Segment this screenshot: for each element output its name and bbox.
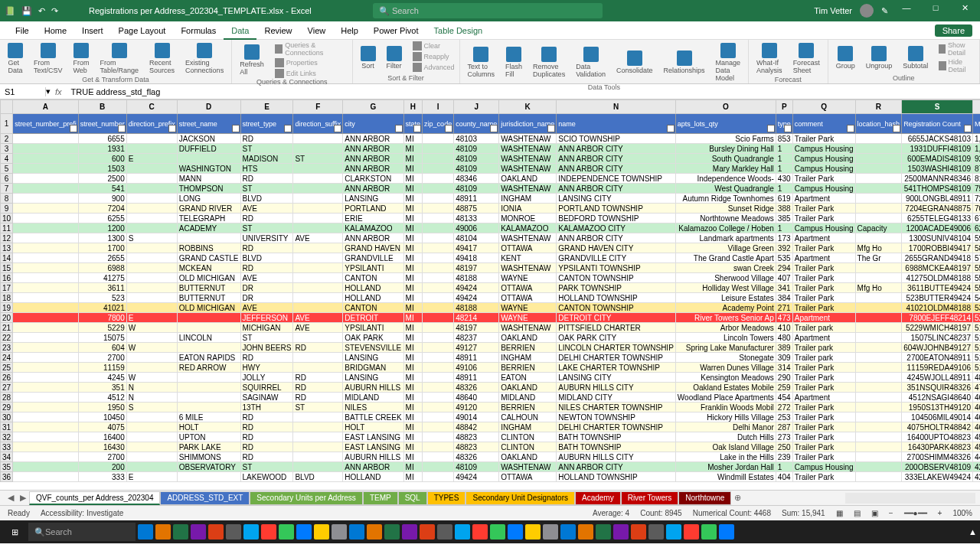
cell[interactable]: 48911 [454,194,499,204]
cell[interactable]: Franklin Woods Mobil [675,403,776,412]
cell[interactable]: Leisure Estates [675,293,776,303]
cell[interactable]: RD [240,422,293,432]
cell[interactable] [13,393,79,403]
cell[interactable]: MI [403,164,423,174]
cell[interactable] [13,363,79,373]
cell[interactable]: 420 [972,472,980,482]
table-header[interactable]: state [403,114,423,134]
cell[interactable]: 541THOMPS48109 [902,184,973,194]
cell[interactable]: CALHOUN [499,412,557,422]
cell[interactable]: 294 [776,263,792,273]
cell[interactable]: 468 [972,393,980,403]
cell[interactable] [855,432,902,442]
table-header[interactable]: Registration Count [902,114,973,134]
cell[interactable]: 2700 [78,452,126,462]
taskbar-app-icon[interactable] [226,524,241,540]
taskbar-app-icon[interactable] [191,524,206,540]
cell[interactable]: HOLLAND TOWNSHIP [557,293,676,303]
cell[interactable]: MI [403,472,423,482]
cell[interactable]: AVE [293,233,343,243]
cell[interactable]: The Gr [855,253,902,263]
cell[interactable]: AUBURN HILLS CITY [557,452,676,462]
search-box[interactable]: 🔍 Search [373,3,603,18]
cell[interactable]: 4512 [78,393,126,403]
cell[interactable] [126,174,177,184]
cell[interactable] [126,184,177,194]
cell[interactable]: 48109 [454,144,499,154]
cell[interactable]: 4075HOLTR48842 [902,422,973,432]
cell[interactable]: W [126,373,177,383]
ribbon-subitem[interactable]: Hide Detail [939,58,975,73]
cell[interactable]: 48133 [454,214,499,223]
cell[interactable]: ANN ARBOR [343,144,403,154]
cell[interactable]: BUTTERNUT [177,293,240,303]
cell[interactable]: ST [240,184,293,194]
cell[interactable]: 1300SUNIV48104 [902,233,973,243]
filter-button[interactable] [232,125,240,132]
ribbon-item[interactable]: ExistingConnections [182,41,227,76]
cell[interactable] [13,134,79,144]
cell[interactable]: MI [403,383,423,393]
cell[interactable]: RD [293,373,343,383]
cell[interactable]: Trailer Park [792,174,855,184]
cell[interactable]: Campus Housing [792,462,855,472]
cell[interactable]: HOLT [343,422,403,432]
cell[interactable] [423,462,454,472]
cell[interactable] [293,174,343,184]
cell[interactable] [13,273,79,283]
taskbar-app-icon[interactable] [138,524,153,540]
cell[interactable] [855,214,902,223]
cell[interactable]: KALAMAZOO [499,223,557,233]
cell[interactable]: 1200 [78,223,126,233]
cell[interactable] [293,303,343,313]
cell[interactable]: 404 [776,472,792,482]
cell[interactable]: MI [403,134,423,144]
cell[interactable]: 49424 [454,293,499,303]
ribbon-tab-insert[interactable]: Insert [74,21,111,40]
cell[interactable]: MI [403,204,423,214]
cell[interactable]: 430 [776,174,792,184]
cell[interactable]: 4075 [78,422,126,432]
cell[interactable]: ST [293,154,343,164]
cell[interactable]: OAK PARK CITY [557,333,676,343]
cell[interactable]: 512 [972,363,980,373]
cell[interactable]: Oak Island Village [675,442,776,452]
cell[interactable] [423,333,454,343]
cell[interactable]: Kalamazoo College / Hoben [675,223,776,233]
cell[interactable]: MCKEAN [177,263,240,273]
cell[interactable]: 389 [776,343,792,353]
column-header[interactable]: N [557,100,676,114]
cell[interactable]: DR [240,293,293,303]
cell[interactable] [13,154,79,164]
cell[interactable]: ANN ARBOR [343,184,403,194]
cell[interactable]: Trailer Park [792,373,855,383]
table-header[interactable]: street_name [177,114,240,134]
cell[interactable]: 1700ROBBI49417 [902,243,973,253]
sheet-tab[interactable]: SQL [398,491,427,505]
cell[interactable]: 592 [972,233,980,243]
cell[interactable] [126,164,177,174]
cell[interactable]: MI [403,184,423,194]
cell[interactable]: LANSING CITY [557,373,676,383]
cell[interactable] [126,462,177,472]
cell[interactable]: 287 [776,422,792,432]
cell[interactable]: ANN ARBOR [343,154,403,164]
cell[interactable]: WASHTENAW [499,144,557,154]
cell[interactable]: 604WJOHNB49127 [902,343,973,353]
cell[interactable]: 410 [776,323,792,333]
cell[interactable] [855,164,902,174]
cell[interactable] [126,333,177,343]
cell[interactable] [13,432,79,442]
cell[interactable] [423,144,454,154]
cell[interactable]: MI [403,452,423,462]
taskbar-app-icon[interactable] [384,524,400,540]
cell[interactable]: AVE [240,273,293,283]
cell[interactable]: DR [240,283,293,293]
zoom-out-icon[interactable]: − [889,509,893,517]
cell[interactable]: LAKEWOOD [240,472,293,482]
cell[interactable]: Independence Woods- [675,174,776,184]
cell[interactable] [423,363,454,373]
cell[interactable]: Trailer Park [792,442,855,452]
cell[interactable]: 253 [776,412,792,422]
cell[interactable] [126,223,177,233]
